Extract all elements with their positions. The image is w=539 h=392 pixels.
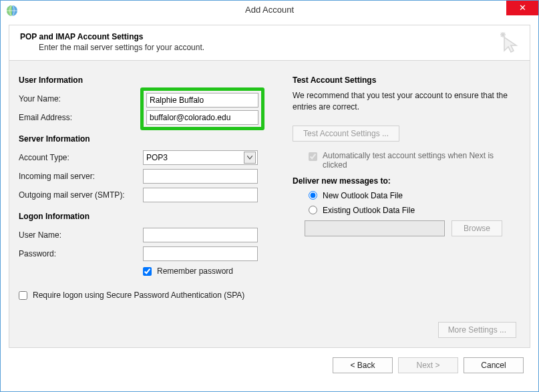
new-data-file-radio[interactable] xyxy=(309,191,317,200)
remember-password-label: Remember password xyxy=(157,266,233,276)
cancel-button[interactable]: Cancel xyxy=(464,357,524,373)
add-account-window: Add Account ✕ POP and IMAP Account Setti… xyxy=(0,0,539,392)
browse-button[interactable]: Browse xyxy=(452,220,502,236)
account-type-select[interactable]: POP3 xyxy=(143,150,258,165)
your-name-field[interactable] xyxy=(146,93,258,108)
test-account-description: We recommend that you test your account … xyxy=(293,90,516,114)
account-type-label: Account Type: xyxy=(19,153,143,162)
close-icon: ✕ xyxy=(519,3,526,13)
window-title: Add Account xyxy=(1,5,538,15)
right-column: Test Account Settings We recommend that … xyxy=(293,73,516,341)
incoming-server-field[interactable] xyxy=(143,169,258,184)
header-title: POP and IMAP Account Settings xyxy=(20,32,519,41)
remember-password-checkbox[interactable] xyxy=(143,267,152,276)
user-name-label: User Name: xyxy=(19,230,143,240)
your-name-label: Your Name: xyxy=(19,94,143,104)
existing-data-file-path[interactable] xyxy=(305,220,445,236)
header-panel: POP and IMAP Account Settings Enter the … xyxy=(9,25,530,61)
email-address-label: Email Address: xyxy=(19,113,143,122)
body-panel: User Information Your Name: Email Addres… xyxy=(9,61,530,348)
highlight-box xyxy=(140,87,264,130)
new-data-file-label: New Outlook Data File xyxy=(323,191,403,200)
close-button[interactable]: ✕ xyxy=(506,1,538,15)
auto-test-label: Automatically test account settings when… xyxy=(323,151,510,170)
header-subtitle: Enter the mail server settings for your … xyxy=(39,43,519,52)
password-label: Password: xyxy=(19,249,143,258)
server-information-heading: Server Information xyxy=(19,134,279,144)
email-address-field[interactable] xyxy=(146,110,258,125)
test-account-button[interactable]: Test Account Settings ... xyxy=(293,126,399,142)
deliver-heading: Deliver new messages to: xyxy=(293,176,516,186)
existing-data-file-radio[interactable] xyxy=(309,206,317,214)
auto-test-checkbox[interactable] xyxy=(309,152,317,161)
cursor-sparkle-icon xyxy=(498,31,522,55)
user-name-field[interactable] xyxy=(143,228,258,242)
outgoing-server-field[interactable] xyxy=(143,188,258,202)
user-information-heading: User Information xyxy=(19,75,279,85)
more-settings-button[interactable]: More Settings ... xyxy=(438,322,516,338)
outgoing-server-label: Outgoing mail server (SMTP): xyxy=(19,190,143,200)
back-button[interactable]: < Back xyxy=(333,357,393,373)
next-button[interactable]: Next > xyxy=(398,357,458,373)
account-type-value: POP3 xyxy=(146,153,168,162)
test-account-heading: Test Account Settings xyxy=(293,75,516,85)
left-column: User Information Your Name: Email Addres… xyxy=(19,73,279,341)
chevron-down-icon xyxy=(244,152,256,164)
titlebar: Add Account ✕ xyxy=(1,1,538,21)
footer: < Back Next > Cancel xyxy=(1,348,538,381)
existing-data-file-label: Existing Outlook Data File xyxy=(323,206,415,215)
logon-information-heading: Logon Information xyxy=(19,212,279,221)
spa-checkbox[interactable] xyxy=(19,291,27,300)
incoming-server-label: Incoming mail server: xyxy=(19,172,143,181)
password-field[interactable] xyxy=(143,246,258,261)
spa-label: Require logon using Secure Password Auth… xyxy=(33,290,244,300)
